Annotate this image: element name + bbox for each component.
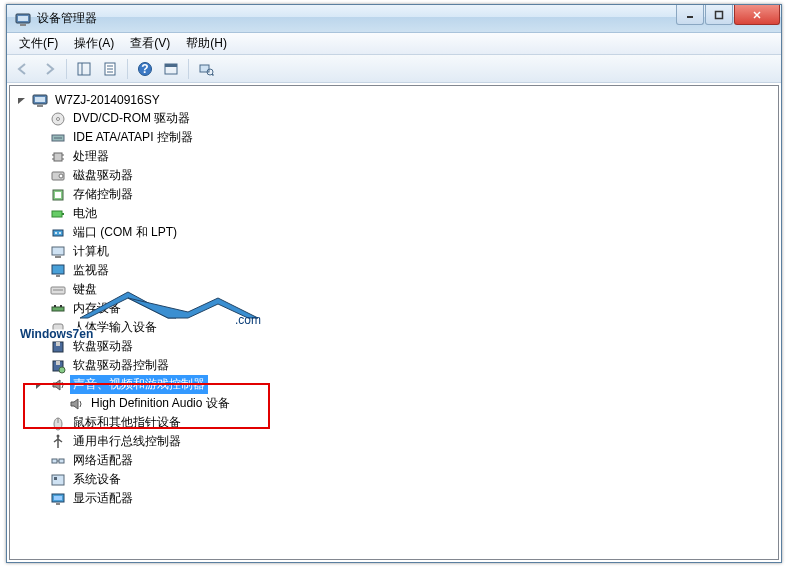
tree-item[interactable]: 磁盘驱动器: [14, 166, 778, 185]
menubar: 文件(F) 操作(A) 查看(V) 帮助(H): [7, 33, 781, 55]
tree-item[interactable]: 存储控制器: [14, 185, 778, 204]
titlebar[interactable]: 设备管理器: [7, 5, 781, 33]
expand-arrow-icon: [34, 246, 46, 258]
menu-help[interactable]: 帮助(H): [178, 33, 235, 54]
svg-rect-43: [52, 265, 64, 274]
tree-item[interactable]: High Definition Audio 设备: [14, 394, 778, 413]
tree-item[interactable]: IDE ATA/ATAPI 控制器: [14, 128, 778, 147]
maximize-button[interactable]: [705, 5, 733, 25]
tree-item-label: 通用串行总线控制器: [70, 432, 184, 451]
tree-item-label: 显示适配器: [70, 489, 136, 508]
tree-item[interactable]: 显示适配器: [14, 489, 778, 508]
toolbar-separator: [188, 59, 189, 79]
tree-item[interactable]: 监视器: [14, 261, 778, 280]
expand-arrow-icon: [34, 151, 46, 163]
tree-item[interactable]: 端口 (COM 和 LPT): [14, 223, 778, 242]
tree-item-label: 软盘驱动器控制器: [70, 356, 172, 375]
toolbar: ?: [7, 55, 781, 83]
svg-line-19: [212, 74, 214, 76]
tree-item[interactable]: 鼠标和其他指针设备: [14, 413, 778, 432]
tree-item[interactable]: DVD/CD-ROM 驱动器: [14, 109, 778, 128]
svg-rect-60: [59, 459, 64, 463]
menu-action[interactable]: 操作(A): [66, 33, 122, 54]
expand-arrow-icon: [34, 455, 46, 467]
tree-item[interactable]: 键盘: [14, 280, 778, 299]
tree-item-label: 软盘驱动器: [70, 337, 136, 356]
properties-button[interactable]: [98, 57, 122, 81]
svg-rect-65: [54, 496, 62, 500]
svg-rect-54: [56, 361, 60, 365]
device-manager-window: 设备管理器 文件(F) 操作(A) 查看(V) 帮助(H) ? W7ZJ-201…: [6, 4, 782, 563]
close-button[interactable]: [734, 5, 780, 25]
tree-item[interactable]: 处理器: [14, 147, 778, 166]
tree-item[interactable]: 人体学输入设备: [14, 318, 778, 337]
svg-rect-37: [62, 213, 64, 215]
tree-item[interactable]: 系统设备: [14, 470, 778, 489]
expand-arrow-icon: [34, 227, 46, 239]
svg-point-39: [55, 232, 57, 234]
ide-icon: [50, 130, 66, 146]
expand-arrow-icon: [34, 208, 46, 220]
expand-arrow-icon: [34, 284, 46, 296]
menu-view[interactable]: 查看(V): [122, 33, 178, 54]
system-icon: [50, 472, 66, 488]
tree-item-label: 计算机: [70, 242, 112, 261]
expand-arrow-icon: [34, 189, 46, 201]
tree-content[interactable]: W7ZJ-20140916SYDVD/CD-ROM 驱动器IDE ATA/ATA…: [9, 85, 779, 560]
collapse-arrow-icon[interactable]: [34, 379, 46, 391]
expand-arrow-icon: [34, 265, 46, 277]
tree-item[interactable]: 电池: [14, 204, 778, 223]
expand-arrow-icon: [34, 341, 46, 353]
floppy-ctrl-icon: [50, 358, 66, 374]
floppy-icon: [50, 339, 66, 355]
show-hide-tree-button[interactable]: [72, 57, 96, 81]
action-button[interactable]: [159, 57, 183, 81]
back-button: [11, 57, 35, 81]
tree-item[interactable]: 通用串行总线控制器: [14, 432, 778, 451]
tree-item-label: 声音、视频和游戏控制器: [70, 375, 208, 394]
expand-arrow-icon: [34, 170, 46, 182]
svg-rect-47: [52, 307, 64, 311]
tree-item[interactable]: 计算机: [14, 242, 778, 261]
scan-hardware-button[interactable]: [194, 57, 218, 81]
toolbar-separator: [66, 59, 67, 79]
tree-item-label: IDE ATA/ATAPI 控制器: [70, 128, 196, 147]
svg-rect-48: [54, 305, 56, 307]
svg-rect-59: [52, 459, 57, 463]
tree-item-label: W7ZJ-20140916SY: [52, 92, 163, 108]
menu-file[interactable]: 文件(F): [11, 33, 66, 54]
minimize-button[interactable]: [676, 5, 704, 25]
cpu-icon: [50, 149, 66, 165]
battery-icon: [50, 206, 66, 222]
tree-item[interactable]: W7ZJ-20140916SY: [14, 90, 778, 109]
collapse-arrow-icon[interactable]: [16, 94, 28, 106]
expand-arrow-icon: [34, 493, 46, 505]
svg-rect-66: [56, 503, 60, 505]
tree-item[interactable]: 内存设备: [14, 299, 778, 318]
help-button[interactable]: ?: [133, 57, 157, 81]
tree-item[interactable]: 声音、视频和游戏控制器: [14, 375, 778, 394]
tree-item-label: 电池: [70, 204, 100, 223]
toolbar-separator: [127, 59, 128, 79]
tree-item[interactable]: 软盘驱动器控制器: [14, 356, 778, 375]
tree-item-label: 鼠标和其他指针设备: [70, 413, 184, 432]
expand-arrow-icon: [34, 436, 46, 448]
svg-point-58: [57, 434, 60, 437]
tree-item-label: DVD/CD-ROM 驱动器: [70, 109, 193, 128]
computer-icon: [50, 244, 66, 260]
sound-icon: [68, 396, 84, 412]
svg-point-40: [59, 232, 61, 234]
svg-rect-1: [18, 16, 28, 21]
svg-rect-62: [52, 475, 64, 485]
svg-point-33: [59, 174, 63, 178]
device-manager-icon: [15, 11, 31, 27]
storage-icon: [50, 187, 66, 203]
tree-item[interactable]: 软盘驱动器: [14, 337, 778, 356]
tree-item[interactable]: 网络适配器: [14, 451, 778, 470]
tree-item-label: 磁盘驱动器: [70, 166, 136, 185]
disk-icon: [50, 168, 66, 184]
tree-item-label: 网络适配器: [70, 451, 136, 470]
window-title: 设备管理器: [37, 10, 675, 27]
svg-rect-42: [55, 256, 61, 258]
tree-item-label: 系统设备: [70, 470, 124, 489]
